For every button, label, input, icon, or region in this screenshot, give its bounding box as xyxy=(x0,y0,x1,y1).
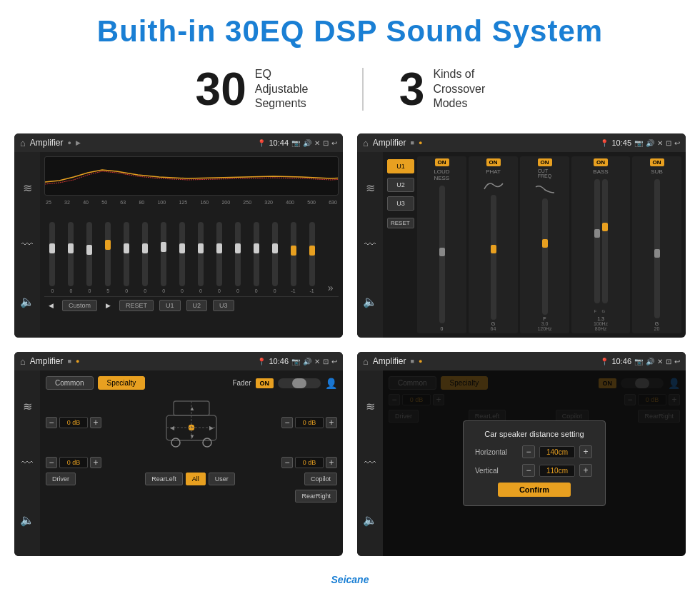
back-icon3[interactable]: ↩ xyxy=(331,358,337,365)
screen4-topbar: ⌂ Amplifier ■ ● 📍 10:46 📷 🔊 ✕ ⊡ ↩ xyxy=(357,352,686,370)
preset-u1[interactable]: U1 xyxy=(387,159,414,173)
rr-plus[interactable]: + xyxy=(326,457,337,468)
screen2-topbar: ⌂ Amplifier ■ ● 📍 10:45 📷 🔊 ✕ ⊡ ↩ xyxy=(357,133,686,152)
preset-u2[interactable]: U2 xyxy=(387,178,414,192)
minimize-icon1[interactable]: ⊡ xyxy=(323,139,329,147)
volume-icon1[interactable]: 🔊 xyxy=(303,139,311,147)
svg-text:▶: ▶ xyxy=(209,425,214,431)
distance-dialog: Car speaker distance setting Horizontal … xyxy=(463,420,606,506)
eq-prev-btn[interactable]: ◀ xyxy=(46,301,56,310)
crossover-reset[interactable]: RESET xyxy=(387,218,414,228)
screen2-icons: 📍 10:45 📷 🔊 ✕ ⊡ ↩ xyxy=(600,138,680,147)
bass-toggle[interactable]: ON xyxy=(594,158,608,166)
wave-icon3[interactable]: 〰 xyxy=(21,457,33,470)
fader-controls: Fader ON 👤 xyxy=(232,378,337,389)
fr-minus[interactable]: − xyxy=(281,417,293,428)
wave-icon4[interactable]: 〰 xyxy=(364,457,376,470)
btn-driver3[interactable]: Driver xyxy=(46,473,76,485)
fr-plus[interactable]: + xyxy=(326,417,337,428)
eq-freq-labels: 25 32 40 50 63 80 100 125 160 200 250 32… xyxy=(44,200,339,205)
vertical-value: 110cm xyxy=(539,465,575,477)
eq-u2-btn[interactable]: U2 xyxy=(186,300,208,311)
wave-icon2[interactable]: 〰 xyxy=(364,238,376,251)
home-icon[interactable]: ⌂ xyxy=(20,138,26,148)
vertical-minus[interactable]: − xyxy=(522,464,535,477)
home-icon2[interactable]: ⌂ xyxy=(363,138,369,148)
eq-icon1[interactable]: ≋ xyxy=(23,181,32,195)
fl-minus[interactable]: − xyxy=(46,417,57,428)
eq-u3-btn[interactable]: U3 xyxy=(213,300,234,311)
camera-icon3[interactable]: 📷 xyxy=(291,358,300,365)
camera-icon1[interactable]: 📷 xyxy=(291,139,300,147)
cutfreq-slider[interactable] xyxy=(542,198,548,315)
sub-slider[interactable] xyxy=(654,179,660,318)
eq-reset-btn[interactable]: RESET xyxy=(119,300,154,311)
eq-icon4[interactable]: ≋ xyxy=(366,400,375,413)
home-icon3[interactable]: ⌂ xyxy=(20,356,26,367)
close-icon4[interactable]: ✕ xyxy=(657,358,663,365)
volume-icon4[interactable]: 🔊 xyxy=(646,358,654,365)
vertical-plus[interactable]: + xyxy=(579,464,592,477)
fl-plus[interactable]: + xyxy=(90,417,101,428)
screen1-sidebar: ≋ 〰 🔈 xyxy=(14,152,40,338)
back-icon2[interactable]: ↩ xyxy=(674,139,680,147)
rl-minus[interactable]: − xyxy=(46,457,57,468)
play-icon[interactable]: ▶ xyxy=(76,139,81,146)
horizontal-minus[interactable]: − xyxy=(522,445,535,458)
phat-slider[interactable] xyxy=(491,195,496,320)
rl-plus[interactable]: + xyxy=(90,457,101,468)
rr-minus[interactable]: − xyxy=(281,457,293,468)
loudness-slider[interactable] xyxy=(439,186,445,323)
fader-toggle3[interactable]: ON xyxy=(256,378,274,388)
fr-db: 0 dB xyxy=(295,417,324,428)
screen-fader: ⌂ Amplifier ■ ● 📍 10:46 📷 🔊 ✕ ⊡ ↩ ≋ 〰 🔈 xyxy=(14,352,343,556)
eq-icon2[interactable]: ≋ xyxy=(366,181,375,195)
eq-next-btn[interactable]: ▶ xyxy=(103,301,114,310)
btn-rearleft3[interactable]: RearLeft xyxy=(145,473,183,485)
eq-icon3[interactable]: ≋ xyxy=(23,400,32,413)
record-icon: ● xyxy=(68,139,71,146)
eq-preset-custom[interactable]: Custom xyxy=(62,300,97,311)
speaker-icon4[interactable]: 🔈 xyxy=(363,513,377,527)
camera-icon4[interactable]: 📷 xyxy=(634,358,643,365)
close-icon1[interactable]: ✕ xyxy=(314,139,320,147)
close-icon2[interactable]: ✕ xyxy=(657,139,663,147)
location-icon: 📍 xyxy=(257,139,266,147)
eq-u1-btn[interactable]: U1 xyxy=(159,300,181,311)
cutfreq-toggle[interactable]: ON xyxy=(538,158,552,166)
minimize-icon2[interactable]: ⊡ xyxy=(666,139,671,147)
minimize-icon4[interactable]: ⊡ xyxy=(666,358,671,365)
screen2-content: ≋ 〰 🔈 U1 U2 U3 RESET ON LOUDNESS xyxy=(357,152,686,338)
horizontal-plus[interactable]: + xyxy=(579,445,592,458)
speaker-icon3[interactable]: 🔈 xyxy=(20,513,34,527)
sub-toggle[interactable]: ON xyxy=(650,158,664,166)
tab-specialty3[interactable]: Specialty xyxy=(98,376,146,390)
screen1-main: 25 32 40 50 63 80 100 125 160 200 250 32… xyxy=(40,152,343,338)
btn-all3[interactable]: All xyxy=(186,473,206,485)
close-icon3[interactable]: ✕ xyxy=(314,358,320,365)
fader-track3[interactable] xyxy=(278,378,321,388)
eq-slider-2: 0 xyxy=(63,222,79,293)
speaker-icon2[interactable]: 🔈 xyxy=(363,295,377,308)
volume-icon2[interactable]: 🔊 xyxy=(646,139,654,147)
bass-slider-f[interactable]: F xyxy=(594,179,600,303)
home-icon4[interactable]: ⌂ xyxy=(363,356,369,367)
car-diagram: ▲ ▼ ◀ ▶ xyxy=(156,394,227,451)
btn-rearright3[interactable]: RearRight xyxy=(295,490,337,503)
btn-user3[interactable]: User xyxy=(209,473,235,485)
bass-slider-g[interactable]: G xyxy=(602,179,608,303)
phat-toggle[interactable]: ON xyxy=(486,158,501,166)
confirm-button[interactable]: Confirm xyxy=(498,483,571,497)
wave-icon1[interactable]: 〰 xyxy=(21,238,33,251)
minimize-icon3[interactable]: ⊡ xyxy=(323,358,329,365)
loudness-toggle[interactable]: ON xyxy=(435,158,449,166)
camera-icon2[interactable]: 📷 xyxy=(634,139,643,147)
tab-common3[interactable]: Common xyxy=(46,376,94,390)
preset-u3[interactable]: U3 xyxy=(387,196,414,211)
back-icon4[interactable]: ↩ xyxy=(674,358,680,365)
volume-icon3[interactable]: 🔊 xyxy=(303,358,311,365)
speaker-icon1[interactable]: 🔈 xyxy=(20,295,34,308)
record-icon2: ■ xyxy=(411,139,414,146)
btn-copilot3[interactable]: Copilot xyxy=(304,473,337,485)
back-icon1[interactable]: ↩ xyxy=(331,139,337,147)
